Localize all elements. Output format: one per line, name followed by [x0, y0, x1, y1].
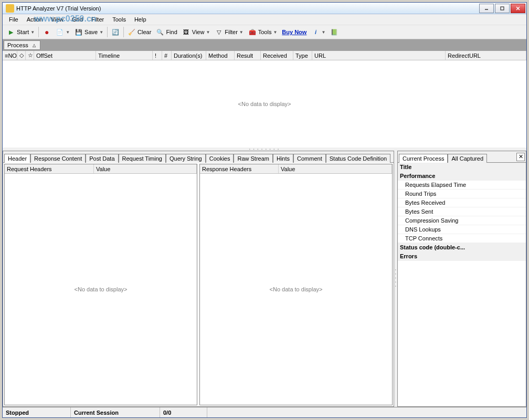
request-headers-cols: Request Headers Value	[5, 164, 197, 174]
book-icon: 📗	[330, 28, 338, 36]
tab-response-content[interactable]: Response Content	[30, 154, 86, 163]
tab-post-data[interactable]: Post Data	[86, 154, 118, 163]
prop-performance[interactable]: Performance	[398, 172, 526, 181]
menu-view[interactable]: View	[48, 15, 67, 24]
response-headers-body[interactable]: <No data to display>	[200, 174, 392, 405]
prop-title[interactable]: Title	[398, 163, 526, 172]
separator	[107, 27, 108, 37]
tab-status-code[interactable]: Status Code Definition	[326, 154, 390, 163]
process-button[interactable]: Process △	[4, 40, 40, 50]
col-flag[interactable]: ◇	[17, 51, 26, 60]
menu-file[interactable]: File	[6, 15, 22, 24]
statusbar: Stopped Current Session 0/0	[3, 407, 526, 417]
grid-pane: ≡ NO ◇ ☆ OffSet Timeline ! # Duration(s)…	[3, 51, 526, 148]
col-req-value[interactable]: Value	[94, 164, 197, 173]
tab-header[interactable]: Header	[4, 154, 30, 163]
start-button[interactable]: ▶ Start ▼	[5, 26, 37, 38]
col-url[interactable]: URL	[312, 51, 446, 60]
prop-errors[interactable]: Errors	[398, 252, 526, 261]
response-headers-cols: Response Headers Value	[200, 164, 392, 174]
clear-button[interactable]: 🧹Clear	[125, 26, 153, 38]
prop-compression[interactable]: Compression Saving	[398, 216, 526, 225]
col-type[interactable]: Type	[293, 51, 312, 60]
col-no[interactable]: ≡ NO	[3, 51, 17, 60]
tab-all-captured[interactable]: All Captured	[448, 154, 487, 163]
col-redirecturl[interactable]: RedirectURL	[446, 51, 526, 60]
col-result[interactable]: Result	[235, 51, 261, 60]
sort-icon: △	[33, 43, 36, 48]
prop-roundtrips[interactable]: Round Trips	[398, 190, 526, 198]
prop-bytes-received[interactable]: Bytes Received	[398, 198, 526, 207]
tab-query-string[interactable]: Query String	[166, 154, 206, 163]
status-spacer	[207, 407, 526, 417]
col-req-headers[interactable]: Request Headers	[5, 164, 94, 173]
tools-button[interactable]: 🧰Tools▼	[246, 26, 280, 38]
summary-pane: Current Process All Captured ✕ Title Per…	[397, 151, 526, 407]
buynow-link[interactable]: Buy Now	[280, 26, 309, 38]
separator	[38, 27, 39, 37]
grid-header: ≡ NO ◇ ☆ OffSet Timeline ! # Duration(s)…	[3, 51, 526, 60]
req-empty-text: <No data to display>	[75, 286, 128, 292]
grid-body[interactable]: <No data to display>	[3, 60, 526, 148]
col-received[interactable]: Received	[261, 51, 293, 60]
col-offset[interactable]: OffSet	[34, 51, 96, 60]
tab-current-process[interactable]: Current Process	[399, 154, 448, 163]
find-button[interactable]: 🔍Find	[154, 26, 179, 38]
col-timeline[interactable]: Timeline	[96, 51, 153, 60]
menu-tools[interactable]: Tools	[109, 15, 129, 24]
search-icon: 🔍	[156, 28, 164, 36]
col-res-value[interactable]: Value	[279, 164, 392, 173]
app-icon	[6, 4, 14, 13]
prop-tcp[interactable]: TCP Connects	[398, 234, 526, 243]
refresh-icon: 🔄	[111, 28, 120, 36]
view-icon: 🖼	[182, 28, 191, 36]
prop-bytes-sent[interactable]: Bytes Sent	[398, 207, 526, 216]
save-button[interactable]: 💾Save▼	[72, 26, 105, 38]
window-buttons	[479, 4, 526, 13]
col-method[interactable]: Method	[206, 51, 235, 60]
close-summary-button[interactable]: ✕	[516, 153, 525, 161]
col-res-headers[interactable]: Response Headers	[200, 164, 279, 173]
status-session: Current Session	[71, 407, 160, 417]
close-button[interactable]	[511, 4, 525, 13]
minimize-button[interactable]	[479, 4, 494, 13]
request-headers-body[interactable]: <No data to display>	[5, 174, 197, 405]
book-button[interactable]: 📗	[328, 26, 341, 38]
menu-action[interactable]: Action	[24, 15, 46, 24]
menu-help[interactable]: Help	[131, 15, 150, 24]
save-icon: 💾	[75, 28, 83, 36]
refresh-button[interactable]: 🔄	[109, 26, 122, 38]
info-button[interactable]: i▼	[309, 26, 327, 38]
grid-empty-text: <No data to display>	[238, 101, 291, 107]
property-list[interactable]: Title Performance Requests Elapsed Time …	[398, 163, 526, 406]
summary-tabs: Current Process All Captured ✕	[398, 151, 526, 163]
prop-status-code[interactable]: Status code (double-c...	[398, 243, 526, 252]
view-button[interactable]: 🖼View▼	[180, 26, 213, 38]
prop-dns[interactable]: DNS Lookups	[398, 225, 526, 234]
status-count: 0/0	[160, 407, 207, 417]
stop-button[interactable]: ●	[40, 26, 53, 38]
response-headers-panel: Response Headers Value <No data to displ…	[199, 164, 393, 405]
menubar: File Action View Grid Filter Tools Help	[3, 14, 526, 25]
col-bang[interactable]: !	[153, 51, 162, 60]
tools-icon: 🧰	[248, 28, 257, 36]
prop-elapsed[interactable]: Requests Elapsed Time	[398, 181, 526, 190]
page-button[interactable]: 📄▼	[54, 26, 72, 38]
menu-filter[interactable]: Filter	[88, 15, 107, 24]
menu-grid[interactable]: Grid	[69, 15, 86, 24]
col-hash[interactable]: #	[162, 51, 172, 60]
titlebar: HTTP Analyzer V7 (Trial Version)	[3, 3, 526, 14]
status-state: Stopped	[3, 407, 71, 417]
tab-cookies[interactable]: Cookies	[206, 154, 234, 163]
headers-container: Request Headers Value <No data to displa…	[3, 163, 394, 406]
col-duration[interactable]: Duration(s)	[172, 51, 206, 60]
filter-button[interactable]: ▽Filter▼	[213, 26, 245, 38]
maximize-button[interactable]	[495, 4, 510, 13]
res-empty-text: <No data to display>	[270, 286, 323, 292]
tab-hints[interactable]: Hints	[273, 154, 293, 163]
lower-panes: Header Response Content Post Data Reques…	[3, 151, 526, 407]
tab-raw-stream[interactable]: Raw Stream	[234, 154, 273, 163]
tab-request-timing[interactable]: Request Timing	[119, 154, 166, 163]
col-star[interactable]: ☆	[26, 51, 34, 60]
tab-comment[interactable]: Comment	[293, 154, 326, 163]
